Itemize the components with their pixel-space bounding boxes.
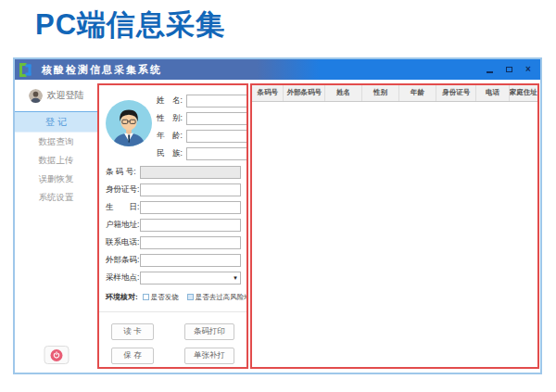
high-risk-area-checkbox-label: 是否去过高风险地区 <box>196 293 248 302</box>
age-field[interactable] <box>186 130 248 143</box>
form-row-birthday: 生 日: <box>106 201 241 214</box>
minimize-icon[interactable] <box>485 64 494 75</box>
form-row-external-barcode: 外部条码: <box>106 254 241 267</box>
external-barcode-field[interactable] <box>140 254 241 267</box>
sampling-location-select[interactable] <box>140 272 241 285</box>
gender-field[interactable] <box>186 112 248 125</box>
sidebar-item-register[interactable]: 登 记 <box>15 111 97 133</box>
id-number-label: 身份证号: <box>106 184 140 196</box>
col-name[interactable]: 姓名 <box>325 85 362 101</box>
maximize-icon[interactable] <box>504 64 513 75</box>
barcode-label: 条 码 号: <box>106 167 140 178</box>
registration-form: 姓 名: 性 别: 年 龄: 民 族: <box>97 83 248 369</box>
app-logo-icon <box>19 63 33 77</box>
form-row-name: 姓 名: <box>157 95 248 107</box>
col-barcode[interactable]: 条码号 <box>252 85 284 101</box>
sidebar-item-data-query[interactable]: 数据查询 <box>15 133 97 151</box>
phone-field[interactable] <box>140 236 241 249</box>
name-field[interactable] <box>186 95 248 107</box>
form-row-id-number: 身份证号: <box>106 183 241 196</box>
user-avatar <box>29 89 43 103</box>
col-phone[interactable]: 电话 <box>476 85 509 101</box>
form-row-barcode: 条 码 号: <box>106 166 241 179</box>
environment-check-label: 环境核对: <box>106 292 138 302</box>
gender-label: 性 别: <box>157 113 186 124</box>
window-body: 欢迎登陆 登 记 数据查询 数据上传 误删恢复 系统设置 <box>15 80 540 373</box>
environment-check-row: 环境核对: 是否发烧 是否去过高风险地区 <box>99 285 246 302</box>
col-gender[interactable]: 性别 <box>362 85 399 101</box>
welcome-row: 欢迎登陆 <box>15 80 97 111</box>
window-controls: × <box>485 59 533 80</box>
id-number-field[interactable] <box>140 183 241 196</box>
welcome-label: 欢迎登陆 <box>47 89 84 102</box>
close-icon[interactable]: × <box>524 64 533 75</box>
form-row-ethnicity: 民 族: <box>157 147 248 160</box>
save-button[interactable]: 保 存 <box>111 348 154 364</box>
registered-address-label: 户籍地址: <box>106 220 140 231</box>
form-row-gender: 性 别: <box>157 112 248 125</box>
form-row-phone: 联系电话: <box>106 236 241 249</box>
window-title: 核酸检测信息采集系统 <box>42 63 162 77</box>
high-risk-area-checkbox[interactable] <box>187 294 194 300</box>
power-icon <box>50 349 62 361</box>
barcode-print-button[interactable]: 条码打印 <box>184 323 234 340</box>
sidebar-item-recover-deleted[interactable]: 误删恢复 <box>15 170 97 188</box>
app-window: 核酸检测信息采集系统 × 欢迎登陆 登 记 数据查询 <box>13 57 542 374</box>
sidebar-item-data-upload[interactable]: 数据上传 <box>15 151 97 170</box>
single-reprint-button[interactable]: 单张补打 <box>184 348 234 364</box>
records-table: 条码号 外部条码号 姓名 性别 年龄 身份证号 电话 家庭住址 <box>252 85 537 102</box>
birthday-label: 生 日: <box>106 202 140 213</box>
col-age[interactable]: 年龄 <box>399 85 436 101</box>
fever-checkbox[interactable] <box>143 294 149 300</box>
cartoon-man-avatar <box>106 100 152 146</box>
sampling-location-label: 采样地点: <box>106 272 140 284</box>
birthday-field[interactable] <box>140 201 241 214</box>
name-label: 姓 名: <box>157 95 186 107</box>
page-title: PC端信息采集 <box>35 6 225 44</box>
phone-label: 联系电话: <box>106 237 140 248</box>
sidebar-item-system-settings[interactable]: 系统设置 <box>15 188 97 207</box>
barcode-field <box>140 166 241 179</box>
form-button-area: 读 卡 条码打印 保 存 单张补打 <box>99 311 246 364</box>
form-row-age: 年 龄: <box>157 130 248 143</box>
fever-checkbox-label: 是否发烧 <box>151 293 179 302</box>
logout-button[interactable] <box>44 346 69 364</box>
form-row-sampling-location: 采样地点: <box>106 272 241 285</box>
external-barcode-label: 外部条码: <box>106 255 140 266</box>
titlebar: 核酸检测信息采集系统 × <box>15 59 540 80</box>
page: PC端信息采集 核酸检测信息采集系统 × <box>0 0 556 392</box>
registered-address-field[interactable] <box>140 219 241 232</box>
records-table-panel: 条码号 外部条码号 姓名 性别 年龄 身份证号 电话 家庭住址 <box>250 83 539 369</box>
ethnicity-label: 民 族: <box>157 148 186 159</box>
read-card-button[interactable]: 读 卡 <box>111 323 154 340</box>
col-home-address[interactable]: 家庭住址 <box>509 85 537 101</box>
age-label: 年 龄: <box>157 131 186 142</box>
form-row-registered-address: 户籍地址: <box>106 219 241 232</box>
col-id-number[interactable]: 身份证号 <box>436 85 476 101</box>
table-header-row: 条码号 外部条码号 姓名 性别 年龄 身份证号 电话 家庭住址 <box>252 85 537 101</box>
col-external-barcode[interactable]: 外部条码号 <box>284 85 325 101</box>
ethnicity-field[interactable] <box>186 147 248 160</box>
sidebar: 欢迎登陆 登 记 数据查询 数据上传 误删恢复 系统设置 <box>15 80 97 373</box>
